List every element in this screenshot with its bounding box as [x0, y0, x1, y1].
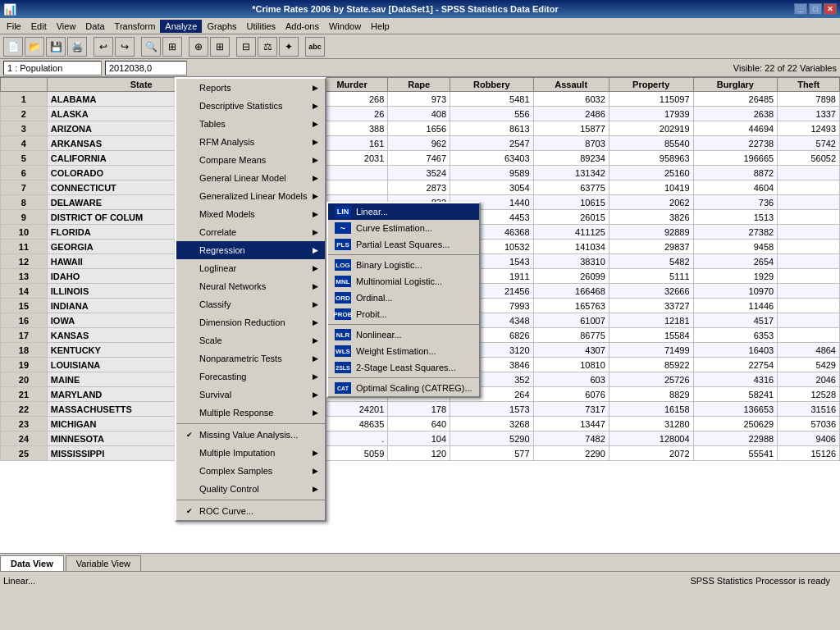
close-button[interactable]: ✕ [824, 3, 837, 15]
minimize-button[interactable]: _ [794, 3, 807, 15]
theft-cell: 2046 [778, 372, 840, 387]
menu-regression[interactable]: Regression ▶ [176, 241, 325, 259]
menu-rfm[interactable]: RFM Analysis ▶ [176, 133, 325, 151]
menu-help[interactable]: Help [366, 20, 395, 33]
reg-optimal-scaling[interactable]: CAT Optimal Scaling (CATREG)... [328, 380, 479, 396]
menu-addons[interactable]: Add-ons [281, 20, 324, 33]
missing-value-label: Missing Value Analysis... [199, 430, 298, 440]
undo-button[interactable]: ↩ [94, 37, 113, 57]
insert-cases-button[interactable]: ⊕ [189, 37, 208, 57]
menu-compare-means[interactable]: Compare Means ▶ [176, 151, 325, 169]
find-button[interactable]: ⊞ [162, 37, 182, 57]
menu-reports[interactable]: Reports ▶ [176, 79, 325, 97]
menu-edit[interactable]: Edit [26, 20, 52, 33]
menu-missing-value[interactable]: ✔ Missing Value Analysis... [176, 426, 325, 444]
menu-classify[interactable]: Classify ▶ [176, 295, 325, 313]
menu-divider-2 [176, 500, 325, 500]
robbery-cell: 3268 [450, 417, 534, 431]
print-button[interactable]: 🖨️ [67, 37, 87, 57]
menu-tables[interactable]: Tables ▶ [176, 115, 325, 133]
murder-cell: 48635 [316, 417, 388, 431]
curve-estimation-icon: ~ [335, 222, 351, 234]
gen-linear-label: Generalized Linear Models [199, 191, 307, 201]
murder-cell: 161 [316, 136, 388, 151]
reg-weight-estimation[interactable]: WLS Weight Estimation... [328, 343, 479, 359]
menu-glm[interactable]: General Linear Model ▶ [176, 169, 325, 187]
menu-roc-curve[interactable]: ✔ ROC Curve... [176, 502, 325, 520]
assault-cell: 38310 [533, 254, 609, 269]
weight-cases-button[interactable]: ⚖ [258, 37, 277, 57]
menu-graphs[interactable]: Graphs [202, 20, 241, 33]
assault-cell: 8703 [533, 136, 609, 151]
reg-linear[interactable]: LIN Linear... [328, 203, 479, 220]
reg-probit[interactable]: PROB Probit... [328, 306, 479, 322]
pls-icon: PLS [335, 239, 351, 250]
reg-2stage-least-squares[interactable]: 2SLS 2-Stage Least Squares... [328, 359, 479, 376]
goto-var-button[interactable]: 🔍 [141, 37, 161, 57]
property-cell: 17939 [609, 107, 693, 121]
theft-cell: 57036 [778, 417, 840, 431]
redo-button[interactable]: ↪ [115, 37, 135, 57]
row-number: 17 [1, 328, 48, 343]
robbery-cell: 556 [450, 107, 534, 121]
select-cases-button[interactable]: ✦ [279, 37, 299, 57]
quality-control-label: Quality Control [199, 484, 259, 494]
table-row: 24 MINNESOTA 3460873 . 104 5290 7482 128… [1, 431, 840, 446]
nonparametric-arrow: ▶ [313, 354, 318, 363]
menu-neural-networks[interactable]: Neural Networks ▶ [176, 277, 325, 295]
menu-multiple-imputation[interactable]: Multiple Imputation ▶ [176, 444, 325, 462]
table-row: 6 COLORADO 3524 9589 131342 25160 8872 [1, 166, 840, 180]
toolbar: 📄 📂 💾 🖨️ ↩ ↪ 🔍 ⊞ ⊕ ⊞ ⊟ ⚖ ✦ abc [0, 34, 840, 59]
desc-stats-arrow: ▶ [313, 102, 318, 110]
complex-samples-label: Complex Samples [199, 466, 272, 476]
menu-survival[interactable]: Survival ▶ [176, 386, 325, 404]
save-button[interactable]: 💾 [46, 37, 66, 57]
menu-window[interactable]: Window [324, 20, 366, 33]
survival-label: Survival [199, 390, 231, 399]
scale-icon [183, 334, 196, 347]
reg-partial-least-squares[interactable]: PLS Partial Least Squares... [328, 236, 479, 253]
reg-multinomial-logistic[interactable]: MNL Multinomial Logistic... [328, 273, 479, 290]
menu-utilities[interactable]: Utilities [242, 20, 281, 33]
reg-ordinal[interactable]: ORD Ordinal... [328, 290, 479, 306]
maximize-button[interactable]: □ [809, 3, 822, 15]
menu-data[interactable]: Data [80, 20, 109, 33]
reg-binary-logistic[interactable]: LOG Binary Logistic... [328, 257, 479, 273]
menu-correlate[interactable]: Correlate ▶ [176, 223, 325, 241]
menu-transform[interactable]: Transform [110, 20, 161, 33]
menu-nonparametric[interactable]: Nonparametric Tests ▶ [176, 349, 325, 368]
variable-value: 2012038,0 [105, 61, 187, 75]
menu-loglinear[interactable]: Loglinear ▶ [176, 259, 325, 277]
row-number: 1 [1, 92, 48, 107]
menu-mixed-models[interactable]: Mixed Models ▶ [176, 205, 325, 223]
open-button[interactable]: 📂 [25, 37, 44, 57]
assault-cell: 61007 [533, 313, 609, 328]
burglary-cell: 8872 [693, 166, 778, 180]
value-labels-button[interactable]: abc [305, 37, 325, 57]
reports-icon [183, 81, 196, 94]
insert-var-button[interactable]: ⊞ [210, 37, 230, 57]
tab-variable-view[interactable]: Variable View [66, 555, 141, 571]
menu-dim-reduction[interactable]: Dimension Reduction ▶ [176, 313, 325, 331]
tab-data-view[interactable]: Data View [0, 555, 64, 571]
murder-cell: 5059 [316, 446, 388, 461]
menu-descriptive-statistics[interactable]: Descriptive Statistics ▶ [176, 97, 325, 115]
menu-complex-samples[interactable]: Complex Samples ▶ [176, 462, 325, 480]
murder-cell: 2031 [316, 151, 388, 166]
menu-analyze[interactable]: Analyze [160, 20, 202, 33]
split-file-button[interactable]: ⊟ [236, 37, 256, 57]
menu-gen-linear[interactable]: Generalized Linear Models ▶ [176, 187, 325, 205]
property-cell: 31280 [609, 417, 693, 431]
burglary-cell: 2638 [693, 107, 778, 121]
rape-cell: 104 [388, 431, 450, 446]
reg-nonlinear[interactable]: NLR Nonlinear... [328, 326, 479, 343]
menu-scale[interactable]: Scale ▶ [176, 331, 325, 349]
menu-multiple-response[interactable]: Multiple Response ▶ [176, 404, 325, 422]
new-file-button[interactable]: 📄 [3, 37, 23, 57]
menu-forecasting[interactable]: Forecasting ▶ [176, 368, 325, 386]
reg-curve-estimation[interactable]: ~ Curve Estimation... [328, 220, 479, 236]
menu-file[interactable]: File [2, 20, 26, 33]
menu-view[interactable]: View [52, 20, 81, 33]
menu-quality-control[interactable]: Quality Control ▶ [176, 480, 325, 498]
ordinal-label: Ordinal... [356, 293, 393, 303]
